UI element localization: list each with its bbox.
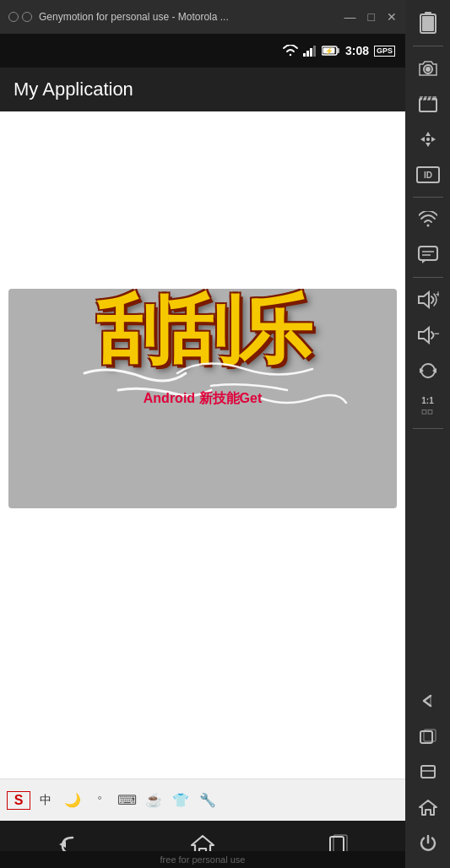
phone-area: ⚡ 3:08 GPS My Application 刮刮乐 bbox=[0, 34, 405, 868]
title-bar-dots bbox=[8, 12, 32, 22]
status-time: 3:08 bbox=[345, 44, 369, 57]
svg-text:−: − bbox=[434, 328, 439, 339]
svg-marker-12 bbox=[420, 137, 425, 142]
status-bar: ⚡ 3:08 GPS bbox=[0, 34, 405, 68]
volume-up-icon[interactable]: + bbox=[409, 283, 447, 317]
sidebar-recent2-icon[interactable] bbox=[409, 755, 447, 789]
svg-marker-11 bbox=[426, 143, 431, 147]
battery-status-icon: ⚡ bbox=[322, 45, 340, 57]
pan-icon[interactable] bbox=[409, 122, 447, 156]
ime-coffee-icon[interactable]: ☕ bbox=[142, 792, 165, 808]
svg-text:+: + bbox=[436, 290, 439, 299]
dot-1 bbox=[8, 12, 19, 22]
sidebar-back-icon[interactable] bbox=[409, 684, 447, 718]
input-bar: S 中 🌙 ° ⌨ ☕ 👕 🔧 bbox=[0, 778, 405, 821]
ime-s-icon[interactable]: S bbox=[7, 791, 30, 810]
volume-down-icon[interactable]: − bbox=[409, 318, 447, 352]
id-icon[interactable]: ID bbox=[409, 158, 447, 192]
svg-point-14 bbox=[426, 138, 430, 141]
minimize-button[interactable]: — bbox=[344, 10, 356, 24]
power-icon[interactable] bbox=[409, 826, 447, 860]
divider-4 bbox=[413, 428, 443, 429]
title-bar: Genymotion for personal use - Motorola .… bbox=[0, 0, 405, 34]
svg-rect-5 bbox=[420, 99, 436, 111]
svg-marker-10 bbox=[426, 132, 431, 136]
ime-wrench-icon[interactable]: 🔧 bbox=[196, 792, 220, 808]
svg-rect-29 bbox=[421, 766, 435, 778]
ime-shirt-icon[interactable]: 👕 bbox=[169, 792, 192, 808]
chat-icon[interactable] bbox=[409, 238, 447, 272]
close-button[interactable]: ✕ bbox=[387, 10, 397, 24]
signal-icon bbox=[303, 45, 317, 57]
svg-point-4 bbox=[426, 67, 431, 72]
svg-marker-13 bbox=[431, 137, 436, 142]
svg-rect-32 bbox=[303, 53, 306, 57]
chinese-art: 刮刮乐 Android 新技能Get bbox=[8, 289, 397, 508]
svg-marker-23 bbox=[419, 328, 429, 343]
battery-icon[interactable] bbox=[409, 7, 447, 41]
overlay-text: Android 新技能Get bbox=[144, 390, 262, 408]
svg-marker-31 bbox=[420, 800, 436, 815]
dot-2 bbox=[22, 12, 32, 22]
ime-keyboard-icon[interactable]: ⌨ bbox=[115, 792, 138, 808]
watermark: free for personal use bbox=[0, 851, 405, 868]
maximize-button[interactable]: □ bbox=[368, 10, 375, 24]
divider-3 bbox=[413, 277, 443, 278]
gps-label: GPS bbox=[374, 46, 395, 57]
ime-moon-icon[interactable]: 🌙 bbox=[61, 792, 84, 808]
sidebar-home-icon[interactable] bbox=[409, 790, 447, 824]
chinese-text: 刮刮乐 bbox=[8, 293, 397, 367]
svg-marker-21 bbox=[419, 292, 429, 307]
svg-rect-37 bbox=[337, 48, 339, 53]
svg-text:ID: ID bbox=[424, 171, 432, 180]
svg-rect-35 bbox=[313, 46, 316, 57]
watermark-text: free for personal use bbox=[160, 854, 246, 865]
svg-rect-33 bbox=[306, 51, 309, 57]
wifi-icon[interactable] bbox=[409, 203, 447, 236]
ime-chinese-icon[interactable]: 中 bbox=[34, 793, 57, 808]
svg-rect-34 bbox=[310, 48, 312, 57]
sidebar-recents-icon[interactable] bbox=[409, 719, 447, 753]
window-title: Genymotion for personal use - Motorola .… bbox=[39, 11, 344, 23]
divider-2 bbox=[413, 197, 443, 198]
ime-degree-icon[interactable]: ° bbox=[88, 794, 111, 806]
divider-1 bbox=[413, 46, 443, 46]
svg-rect-2 bbox=[422, 16, 434, 31]
rotate-icon[interactable] bbox=[409, 354, 447, 388]
app-title: My Application bbox=[14, 79, 133, 100]
sidebar-bottom-controls bbox=[405, 684, 450, 868]
app-bar: My Application bbox=[0, 68, 405, 111]
svg-rect-17 bbox=[419, 247, 437, 260]
title-bar-controls: — □ ✕ bbox=[344, 10, 397, 24]
scale-icon[interactable]: 1:1◻◻ bbox=[409, 389, 447, 423]
image-container: 刮刮乐 Android 新技能Get bbox=[8, 289, 397, 508]
camera-icon[interactable] bbox=[409, 52, 447, 85]
right-sidebar: ID + − bbox=[405, 0, 450, 868]
clapperboard-icon[interactable] bbox=[409, 87, 447, 121]
content-area: 刮刮乐 Android 新技能Get bbox=[0, 111, 405, 778]
svg-text:⚡: ⚡ bbox=[325, 46, 333, 55]
wifi-status-icon bbox=[283, 45, 298, 57]
